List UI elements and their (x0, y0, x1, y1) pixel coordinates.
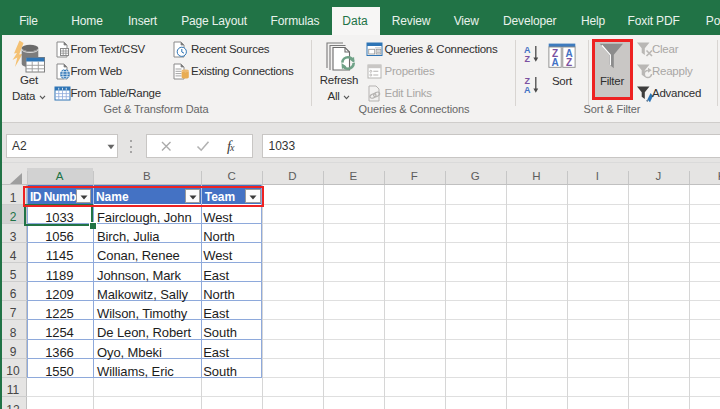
svg-text:A: A (524, 85, 531, 94)
svg-text:Z: Z (566, 57, 572, 68)
svg-text:A: A (551, 57, 558, 68)
svg-text:Z: Z (524, 54, 530, 63)
